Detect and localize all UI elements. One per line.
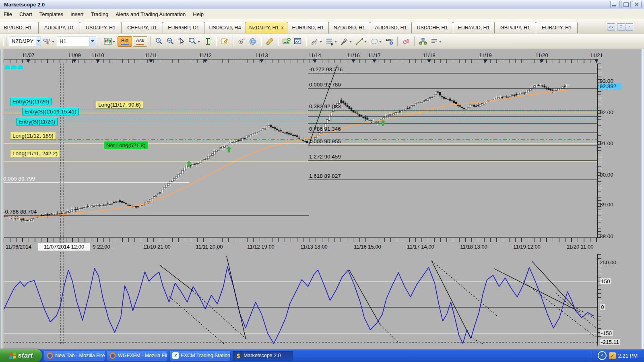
pitchfork-tool-icon[interactable] [339, 36, 353, 47]
trade-position-label[interactable]: Entry(S)(11/19 15:41) [22, 108, 79, 115]
chart-tab-eur-aud-h1[interactable]: EUR/AUD, H1 [453, 22, 495, 33]
chart-tab-eur-usd-h1[interactable]: EUR/USD, H1 [287, 22, 329, 33]
zoom-out-icon[interactable]: − [165, 36, 175, 47]
chart-tab-aud-usd-h1[interactable]: AUD/USD, H1 [370, 22, 412, 33]
unlink-symbol-icon[interactable]: × [42, 36, 56, 47]
toolbar-separator [414, 37, 415, 46]
chart-tab-eur-jpy-h1[interactable]: EUR/JPY, H1 [536, 22, 578, 33]
chart-tab-aud-jpy-d1[interactable]: AUD/JPY, D1 [38, 22, 80, 33]
menu-item-help[interactable]: Help [189, 10, 207, 19]
close-button[interactable] [632, 1, 642, 8]
pointer-tool-icon[interactable] [176, 36, 187, 47]
chevron-down-icon[interactable] [364, 41, 367, 44]
chevron-down-icon[interactable] [36, 37, 41, 46]
chevron-down-icon[interactable] [379, 41, 382, 44]
toolbar-separator [99, 37, 100, 46]
taskbar-task-new-tab-mozilla-fire[interactable]: New Tab - Mozilla Fire... [44, 351, 105, 361]
chart-tab-chf-jpy-d1[interactable]: CHF/JPY, D1 [121, 22, 163, 33]
zigzag-tool-icon[interactable] [310, 36, 324, 47]
toolbar-grip[interactable] [3, 37, 6, 46]
chart-area[interactable]: 11/0711/0911/1011/1111/1211/1311/1411/16… [0, 49, 644, 349]
menu-item-trading[interactable]: Trading [87, 10, 112, 19]
toolbar-separator [278, 37, 279, 46]
tray-app-icon[interactable]: ✓ [609, 352, 616, 359]
maximize-button[interactable] [621, 1, 631, 8]
tab-restore-button[interactable]: □ [617, 23, 625, 31]
chevron-down-icon[interactable] [439, 41, 442, 44]
taskbar-task-marketscope-2-0[interactable]: $Marketscope 2.0 [233, 351, 293, 361]
list-icon[interactable] [429, 36, 443, 47]
chart-tab-nzd-usd-h1[interactable]: NZD/USD, H1 [328, 22, 370, 33]
tab-scroll-button[interactable]: ∨∨ [607, 23, 615, 31]
toolbar-separator [150, 37, 151, 46]
ellipse-tool-icon[interactable] [369, 36, 383, 47]
trade-position-label[interactable]: Long(11/11, 242.2) [10, 150, 60, 157]
period-combo[interactable]: H1 [57, 37, 96, 46]
price-axis-label: 88.00 [600, 233, 613, 239]
bid-button[interactable]: Bid [118, 36, 132, 47]
date-marker-triangle [540, 60, 544, 65]
web-globe-icon[interactable] [248, 36, 258, 47]
chart-tab-gbp-jpy-h1[interactable]: GBP/JPY, H1 [494, 22, 536, 33]
bottom-axis-date: 11/18 13:00 [460, 244, 487, 250]
object-tree-icon[interactable] [418, 36, 428, 47]
svg-text:ABC: ABC [386, 38, 393, 42]
chart-tab-bp-usd-h1[interactable]: BP/USD, H1 [0, 22, 39, 33]
tray-collapse-icon[interactable]: ‹ [598, 351, 607, 360]
line-tool-icon[interactable] [354, 36, 368, 47]
task-label: WGFXFM - Mozilla Fir... [118, 353, 167, 358]
chart-type-icon[interactable] [103, 36, 117, 47]
chevron-down-icon[interactable] [349, 41, 352, 44]
taskbar-task-fxcm-trading-station[interactable]: ZFXCM Trading Station [170, 351, 230, 361]
chart-tab-usd-chf-h1[interactable]: USD/CHF, H1 [411, 22, 453, 33]
text-label-icon[interactable]: ABC [384, 36, 394, 47]
menu-item-templates[interactable]: Templates [36, 10, 67, 19]
chart-tab-eur-gbp-d1[interactable]: EUR/GBP, D1 [163, 22, 204, 33]
trade-position-label[interactable]: Net Long(521.8) [104, 142, 148, 149]
start-button[interactable]: start [0, 349, 42, 362]
menu-item-chart[interactable]: Chart [16, 10, 36, 19]
trade-position-label[interactable]: Long(11/17, 90.6) [96, 101, 143, 109]
menu-item-insert[interactable]: Insert [67, 10, 87, 19]
chevron-down-icon[interactable] [52, 41, 54, 44]
measure-ruler-icon[interactable] [264, 36, 275, 47]
menu-item-file[interactable]: File [0, 10, 16, 19]
chart-tab-usd-cad-h4[interactable]: USD/CAD, H4 [204, 22, 246, 33]
chart-window-icon[interactable] [293, 36, 303, 47]
left-panel-strip [0, 49, 4, 349]
menu-item-alerts-and-trading-automation[interactable]: Alerts and Trading Automation [112, 10, 189, 19]
title-bar[interactable]: Marketscope 2.0 [0, 0, 644, 9]
date-marker-triangle [372, 60, 376, 65]
chevron-down-icon[interactable] [334, 41, 337, 44]
start-label: start [18, 352, 33, 360]
ask-button[interactable]: Ask [133, 36, 147, 47]
top-axis-date: 11/20 [535, 52, 548, 58]
chevron-down-icon[interactable] [113, 41, 115, 44]
tab-label: EUR/USD, H1 [292, 25, 324, 31]
chevron-down-icon[interactable] [320, 41, 322, 44]
minimize-button[interactable] [610, 1, 620, 8]
visibility-icon[interactable] [236, 36, 247, 47]
add-image-icon[interactable] [281, 36, 292, 47]
trade-position-label[interactable]: Entry(S)(11/20) [16, 118, 58, 125]
trade-position-label[interactable]: Long(11/12, 189) [10, 132, 56, 140]
chart-tab-usd-jpy-h1[interactable]: USD/JPY, H1 [80, 22, 122, 33]
zoom-select-icon[interactable] [188, 36, 202, 47]
taskbar-clock: 2:21 PM [618, 353, 640, 359]
chevron-down-icon[interactable] [198, 41, 200, 44]
taskbar-task-wgfxfm-mozilla-fir[interactable]: WGFXFM - Mozilla Fir... [107, 351, 167, 361]
bottom-axis-date: 11/10 21:00 [143, 244, 171, 250]
symbol-combo[interactable]: NZD/JPY [9, 37, 41, 46]
tab-close-icon[interactable]: x [281, 25, 284, 31]
zoom-in-icon[interactable]: + [154, 36, 164, 47]
cursor-date-readout: 11/07/2014 12:00 [38, 243, 90, 251]
tab-label: EUR/GBP, D1 [168, 25, 199, 31]
vertical-scale-icon[interactable] [202, 36, 213, 47]
chevron-down-icon[interactable] [89, 37, 96, 46]
chart-tab-nzd-jpy-h1[interactable]: NZD/JPY, H1x [246, 22, 287, 33]
trade-position-label[interactable]: Entry(S)(11/20) [10, 98, 52, 105]
fibonacci-tool-icon[interactable]: F [324, 36, 339, 47]
eraser-icon[interactable] [401, 36, 411, 47]
edit-note-icon[interactable] [219, 36, 230, 47]
tab-close-all-button[interactable]: × [625, 23, 633, 31]
